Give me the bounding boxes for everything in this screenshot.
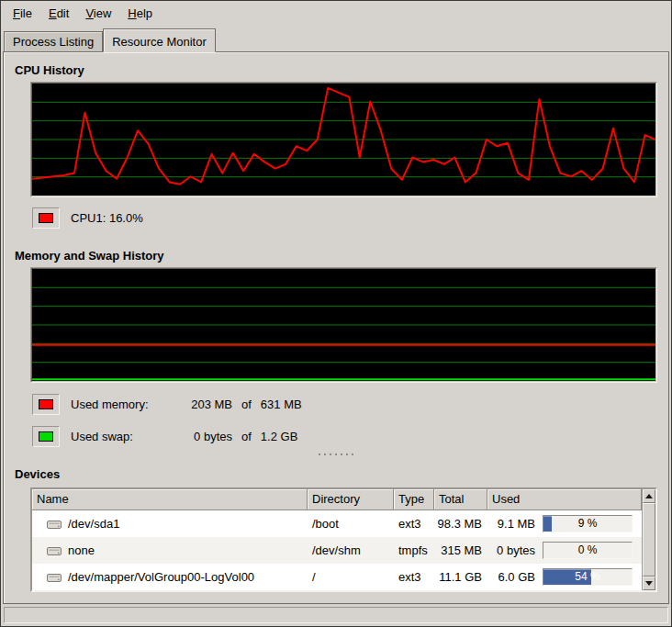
device-used-value: 0 bytes <box>487 543 535 557</box>
cpu-legend-label: CPU1: 16.0% <box>71 211 143 225</box>
device-total: 11.1 GB <box>434 570 487 584</box>
device-name: none <box>32 543 308 557</box>
memory-of-label: of <box>241 397 252 411</box>
memory-swap-chart <box>32 269 655 381</box>
device-row[interactable]: /dev/mapper/VolGroup00-LogVol00/ext311.1… <box>32 564 642 590</box>
menu-file[interactable]: File <box>5 3 40 24</box>
usage-percent-label: 54 % <box>543 569 632 585</box>
drive-icon <box>47 545 62 556</box>
usage-progress-bar: 0 % <box>543 542 633 559</box>
device-total: 98.3 MB <box>434 517 487 531</box>
device-row[interactable]: /dev/sda1/bootext398.3 MB9.1 MB9 % <box>32 510 642 537</box>
memory-color-swatch <box>39 399 53 409</box>
memory-legend: Used memory: 203 MB of 631 MB <box>32 393 668 415</box>
device-type: ext3 <box>394 517 434 531</box>
swap-of-label: of <box>241 430 252 443</box>
devices-table: Name Directory Type Total Used /dev/sda1… <box>30 487 657 592</box>
swap-legend-swatch-frame <box>32 426 60 447</box>
usage-percent-label: 9 % <box>543 516 632 532</box>
cpu-color-swatch <box>39 213 53 223</box>
up-arrow-icon <box>645 494 653 498</box>
vertical-scrollbar[interactable] <box>642 489 655 590</box>
devices-table-body: /dev/sda1/bootext398.3 MB9.1 MB9 %none/d… <box>32 510 642 590</box>
memory-legend-label: Used memory: <box>71 397 179 411</box>
drive-icon <box>47 572 62 583</box>
swap-used-value: 0 bytes <box>179 430 232 443</box>
cpu-legend: CPU1: 16.0% <box>32 207 668 229</box>
cpu-legend-swatch-frame <box>32 207 60 229</box>
swap-color-swatch <box>39 431 53 442</box>
tab-resource-monitor[interactable]: Resource Monitor <box>103 28 216 52</box>
pane-resize-grip[interactable] <box>318 453 354 458</box>
resource-monitor-page: CPU History CPU1: 16.0% Memory and Swap … <box>3 51 669 604</box>
device-used: 6.0 GB54 % <box>487 568 642 586</box>
device-used: 0 bytes0 % <box>487 542 642 559</box>
device-row[interactable]: none/dev/shmtmpfs315 MB0 bytes0 % <box>32 537 642 564</box>
device-type: ext3 <box>394 570 434 584</box>
swap-total-value: 1.2 GB <box>261 430 297 443</box>
devices-title: Devices <box>15 467 668 482</box>
menu-edit[interactable]: Edit <box>40 3 77 24</box>
menu-help-label: Help <box>128 6 152 20</box>
memory-swap-graph <box>30 267 657 383</box>
down-arrow-icon <box>645 581 653 586</box>
device-directory: / <box>308 570 394 584</box>
device-name: /dev/mapper/VolGroup00-LogVol00 <box>32 570 308 584</box>
usage-progress-bar: 54 % <box>543 568 633 586</box>
device-directory: /dev/shm <box>308 543 394 557</box>
scroll-up-button[interactable] <box>643 489 655 503</box>
memory-used-value: 203 MB <box>179 397 232 411</box>
menu-help[interactable]: Help <box>119 3 161 24</box>
cpu-history-chart <box>32 84 655 196</box>
device-type: tmpfs <box>394 543 434 557</box>
device-used-value: 6.0 GB <box>487 570 535 584</box>
scrollbar-thumb[interactable] <box>643 503 655 577</box>
drive-icon <box>47 519 62 530</box>
memory-total-value: 631 MB <box>261 397 302 411</box>
column-header-name[interactable]: Name <box>32 489 308 510</box>
tabbar: Process Listing Resource Monitor <box>1 26 671 51</box>
usage-percent-label: 0 % <box>543 543 632 558</box>
devices-table-content: Name Directory Type Total Used /dev/sda1… <box>32 489 642 590</box>
device-total: 315 MB <box>434 543 487 557</box>
swap-legend-label: Used swap: <box>71 430 179 443</box>
column-header-type[interactable]: Type <box>394 489 434 510</box>
swap-legend: Used swap: 0 bytes of 1.2 GB <box>32 425 668 447</box>
statusbar-area <box>4 607 668 623</box>
menu-view[interactable]: View <box>77 3 119 24</box>
statusbar <box>1 604 671 626</box>
column-header-used[interactable]: Used <box>487 489 642 510</box>
cpu-history-title: CPU History <box>15 63 668 78</box>
device-used: 9.1 MB9 % <box>487 515 642 532</box>
menubar: File Edit View Help <box>1 1 671 26</box>
tab-process-listing[interactable]: Process Listing <box>4 31 103 51</box>
column-header-directory[interactable]: Directory <box>308 489 394 510</box>
device-name: /dev/sda1 <box>32 517 308 531</box>
scroll-down-button[interactable] <box>643 577 655 590</box>
menu-view-label: View <box>85 6 111 20</box>
cpu-history-graph <box>30 82 657 197</box>
memory-swap-title: Memory and Swap History <box>15 249 668 263</box>
device-used-value: 9.1 MB <box>487 517 535 531</box>
system-monitor-window: File Edit View Help Process Listing Reso… <box>0 0 672 627</box>
menu-file-label: File <box>13 6 32 20</box>
devices-table-header: Name Directory Type Total Used <box>32 489 642 510</box>
column-header-total[interactable]: Total <box>434 489 487 510</box>
memory-legend-swatch-frame <box>32 394 60 415</box>
menu-edit-label: Edit <box>49 6 69 20</box>
usage-progress-bar: 9 % <box>543 515 633 532</box>
device-directory: /boot <box>308 517 394 531</box>
